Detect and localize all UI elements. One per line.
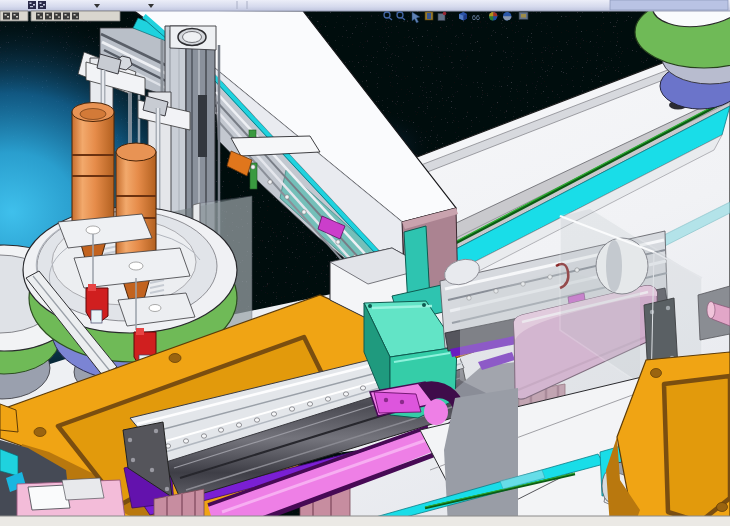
svg-text:66: 66 (472, 14, 480, 21)
